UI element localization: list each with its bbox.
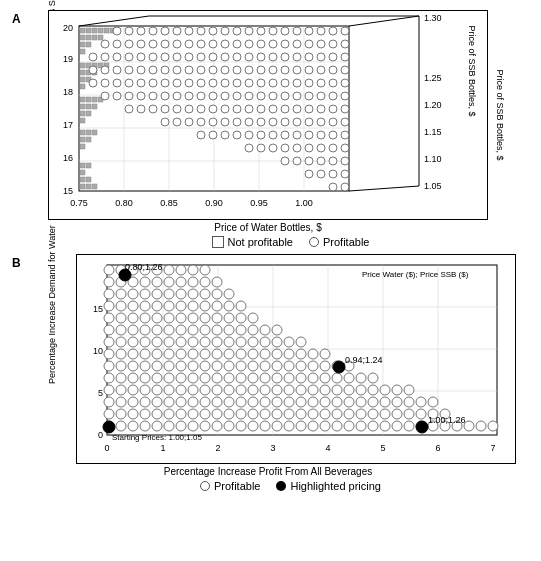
svg-point-426 — [164, 385, 174, 395]
svg-point-440 — [332, 385, 342, 395]
svg-point-141 — [257, 66, 265, 74]
svg-point-447 — [104, 397, 114, 407]
svg-point-170 — [341, 79, 349, 87]
svg-point-400 — [128, 373, 138, 383]
svg-point-243 — [281, 144, 289, 152]
svg-point-306 — [164, 301, 174, 311]
svg-point-147 — [329, 66, 337, 74]
svg-point-379 — [128, 361, 138, 371]
svg-point-320 — [188, 313, 198, 323]
svg-point-99 — [281, 40, 289, 48]
svg-point-484 — [212, 409, 222, 419]
svg-point-509 — [164, 421, 174, 431]
svg-point-514 — [224, 421, 234, 431]
svg-point-499 — [392, 409, 402, 419]
svg-point-472 — [404, 397, 414, 407]
svg-point-111 — [161, 53, 169, 61]
svg-point-315 — [128, 313, 138, 323]
svg-point-252 — [317, 157, 325, 165]
panel-b-x-axis-label: Percentage Increase Profit From All Beve… — [48, 466, 488, 477]
svg-point-393 — [296, 361, 306, 371]
svg-point-419 — [356, 373, 366, 383]
svg-point-73 — [221, 27, 229, 35]
svg-point-391 — [272, 361, 282, 371]
svg-point-127 — [89, 66, 97, 74]
svg-point-354 — [260, 337, 270, 347]
svg-point-432 — [236, 385, 246, 395]
svg-point-76 — [257, 27, 265, 35]
highlight-dot-2 — [333, 361, 345, 373]
svg-point-454 — [188, 397, 198, 407]
svg-point-202 — [245, 105, 253, 113]
svg-point-183 — [245, 92, 253, 100]
svg-point-343 — [128, 337, 138, 347]
svg-point-495 — [344, 409, 354, 419]
svg-point-150 — [101, 79, 109, 87]
svg-point-167 — [305, 79, 313, 87]
svg-point-103 — [329, 40, 337, 48]
b-x-tick-5: 5 — [380, 443, 385, 453]
svg-point-475 — [104, 409, 114, 419]
svg-point-456 — [212, 397, 222, 407]
svg-point-114 — [197, 53, 205, 61]
svg-point-355 — [272, 337, 282, 347]
svg-point-463 — [296, 397, 306, 407]
svg-point-239 — [341, 131, 349, 139]
panel-a-label: A — [12, 12, 21, 26]
svg-point-375 — [308, 349, 318, 359]
annotation-starting: Starting Prices: 1.00;1.05 — [112, 433, 202, 442]
svg-point-444 — [380, 385, 390, 395]
svg-point-381 — [152, 361, 162, 371]
svg-point-470 — [380, 397, 390, 407]
panel-b-svg: 0 5 10 15 0 1 2 3 4 5 6 7 — [77, 255, 517, 465]
svg-point-290 — [104, 289, 114, 299]
svg-point-251 — [305, 157, 313, 165]
svg-point-293 — [140, 289, 150, 299]
legend-profitable-label-a: Profitable — [323, 236, 369, 248]
x-tick-5: 1.00 — [295, 198, 313, 208]
legend-profitable-b: Profitable — [200, 480, 260, 492]
svg-point-206 — [293, 105, 301, 113]
svg-point-349 — [200, 337, 210, 347]
svg-rect-34 — [80, 70, 85, 75]
svg-point-427 — [176, 385, 186, 395]
svg-point-390 — [260, 361, 270, 371]
svg-point-392 — [284, 361, 294, 371]
panel-a-chart: 0.75 0.80 0.85 0.90 0.95 1.00 15 16 17 1… — [48, 10, 488, 220]
svg-point-371 — [260, 349, 270, 359]
b-y-tick-15: 15 — [93, 304, 103, 314]
svg-point-210 — [341, 105, 349, 113]
x-tick-4: 0.95 — [250, 198, 268, 208]
svg-point-180 — [209, 92, 217, 100]
svg-rect-26 — [80, 42, 85, 47]
svg-point-431 — [224, 385, 234, 395]
svg-point-106 — [101, 53, 109, 61]
svg-point-322 — [212, 313, 222, 323]
svg-point-102 — [317, 40, 325, 48]
svg-point-258 — [341, 170, 349, 178]
svg-point-529 — [404, 421, 414, 431]
svg-point-109 — [137, 53, 145, 61]
svg-point-356 — [284, 337, 294, 347]
svg-point-192 — [125, 105, 133, 113]
svg-point-255 — [305, 170, 313, 178]
svg-point-485 — [224, 409, 234, 419]
svg-point-493 — [320, 409, 330, 419]
svg-point-67 — [149, 27, 157, 35]
svg-point-200 — [221, 105, 229, 113]
svg-point-345 — [152, 337, 162, 347]
panel-a: A Demand for Water, in No. of Bottles So… — [8, 10, 533, 248]
svg-point-468 — [356, 397, 366, 407]
svg-point-458 — [236, 397, 246, 407]
svg-point-181 — [221, 92, 229, 100]
svg-point-383 — [176, 361, 186, 371]
svg-point-376 — [320, 349, 330, 359]
svg-point-297 — [188, 289, 198, 299]
svg-point-412 — [272, 373, 282, 383]
svg-point-176 — [161, 92, 169, 100]
svg-point-69 — [173, 27, 181, 35]
svg-point-197 — [185, 105, 193, 113]
svg-point-384 — [188, 361, 198, 371]
svg-point-466 — [332, 397, 342, 407]
svg-rect-23 — [86, 35, 91, 40]
